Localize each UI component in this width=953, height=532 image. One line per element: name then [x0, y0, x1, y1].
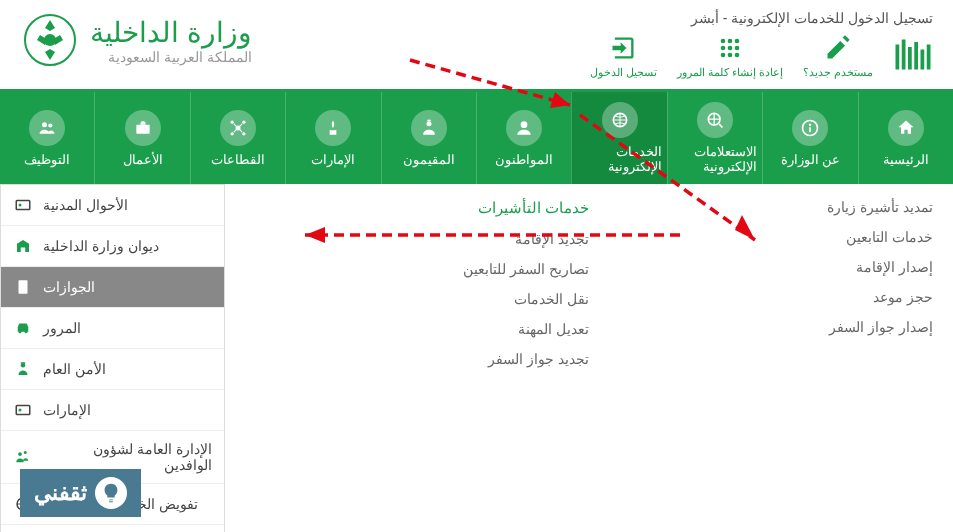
svg-rect-25 [427, 119, 430, 121]
absher-logo[interactable] [893, 37, 933, 77]
nav-info[interactable]: عن الوزارة [762, 92, 857, 184]
nav-label: التوظيف [24, 152, 70, 167]
reset-password-label: إعادة إنشاء كلمة المرور [677, 66, 783, 79]
service-link[interactable]: تعديل المهنة [245, 321, 589, 337]
svg-point-11 [735, 46, 740, 51]
visitors-icon [13, 447, 33, 467]
nav-label: الخدمات الإلكترونية [577, 144, 661, 174]
building-icon [13, 236, 33, 256]
svg-point-6 [721, 39, 726, 44]
brand-text: ثقفني [34, 480, 87, 506]
service-link[interactable]: خدمات التابعين [589, 229, 933, 245]
service-link[interactable]: نقل الخدمات [245, 291, 589, 307]
globe-icon [602, 102, 638, 138]
panel-col1-title: خدمات التأشيرات [245, 199, 589, 217]
nav-home[interactable]: الرئيسية [858, 92, 953, 184]
home-icon [888, 110, 924, 146]
globe-search-icon [697, 102, 733, 138]
svg-point-9 [721, 46, 726, 51]
emirates-icon [13, 400, 33, 420]
nav-label: الأعمال [123, 152, 163, 167]
svg-point-23 [521, 121, 528, 128]
sidebar-label: الجوازات [43, 279, 95, 295]
svg-point-12 [721, 53, 726, 58]
svg-point-43 [19, 409, 22, 412]
svg-rect-2 [908, 47, 912, 70]
nav-label: القطاعات [211, 152, 265, 167]
nav-globe-search[interactable]: الاستعلامات الإلكترونية [667, 92, 762, 184]
svg-point-8 [735, 39, 740, 44]
svg-point-14 [735, 53, 740, 58]
ministry-subtitle: المملكة العربية السعودية [90, 49, 252, 65]
service-link[interactable]: تجديد الإقامة [245, 231, 589, 247]
main-nav: الرئيسيةعن الوزارةالاستعلامات الإلكتروني… [0, 89, 953, 184]
nav-label: المقيمون [403, 152, 455, 167]
nav-label: عن الوزارة [781, 152, 841, 167]
nav-person[interactable]: المواطنون [476, 92, 571, 184]
svg-point-39 [25, 330, 28, 333]
nav-sectors[interactable]: القطاعات [190, 92, 285, 184]
service-link[interactable]: تجديد جواز السفر [245, 351, 589, 367]
sidebar-label: الإمارات [43, 402, 91, 418]
police-icon [13, 359, 33, 379]
svg-rect-1 [902, 39, 906, 69]
svg-rect-42 [16, 406, 30, 415]
emblem-icon [20, 10, 80, 70]
nav-label: المواطنون [495, 152, 553, 167]
svg-rect-31 [136, 124, 149, 133]
service-link[interactable]: حجز موعد [589, 289, 933, 305]
sidebar-passport[interactable]: الجوازات [1, 267, 224, 308]
new-user-label: مستخدم جديد؟ [803, 66, 873, 79]
nav-globe[interactable]: الخدمات الإلكترونية [571, 92, 666, 184]
nav-briefcase[interactable]: الأعمال [94, 92, 189, 184]
sidebar-label: المرور [43, 320, 81, 336]
nav-emirates[interactable]: الإمارات [285, 92, 380, 184]
absher-title: تسجيل الدخول للخدمات الإلكترونية - أبشر [590, 10, 933, 26]
sidebar-label: ديوان وزارة الداخلية [43, 238, 159, 254]
svg-point-32 [42, 122, 47, 127]
info-icon [792, 110, 828, 146]
svg-rect-0 [896, 44, 900, 69]
login-link[interactable]: تسجيل الدخول [590, 34, 657, 79]
nav-person2[interactable]: المقيمون [381, 92, 476, 184]
svg-point-33 [48, 123, 52, 127]
service-link[interactable]: تمديد تأشيرة زيارة [589, 199, 933, 215]
nav-label: الإمارات [311, 152, 355, 167]
svg-rect-5 [927, 44, 931, 69]
svg-point-7 [728, 39, 733, 44]
bulb-icon [95, 477, 127, 509]
emirates-icon [315, 110, 351, 146]
person-icon [506, 110, 542, 146]
svg-point-37 [21, 283, 26, 288]
nav-label: الرئيسية [883, 152, 929, 167]
new-user-link[interactable]: مستخدم جديد؟ [803, 34, 873, 79]
reset-password-link[interactable]: إعادة إنشاء كلمة المرور [677, 34, 783, 79]
svg-point-24 [426, 121, 431, 126]
sidebar-car[interactable]: المرور [1, 308, 224, 349]
nav-jobs[interactable]: التوظيف [0, 92, 94, 184]
sidebar-police[interactable]: الأمن العام [1, 349, 224, 390]
svg-point-16 [44, 34, 56, 46]
svg-rect-4 [921, 49, 925, 69]
nav-label: الاستعلامات الإلكترونية [673, 144, 757, 174]
service-link[interactable]: إصدار الإقامة [589, 259, 933, 275]
svg-point-29 [230, 132, 233, 135]
svg-point-28 [242, 120, 245, 123]
svg-point-30 [242, 132, 245, 135]
person2-icon [411, 110, 447, 146]
briefcase-icon [125, 110, 161, 146]
svg-point-13 [728, 53, 733, 58]
sidebar-label: الأمن العام [43, 361, 106, 377]
service-link[interactable]: إصدار جواز السفر [589, 319, 933, 335]
sidebar-id[interactable]: الأحوال المدنية [1, 185, 224, 226]
sidebar-building[interactable]: ديوان وزارة الداخلية [1, 226, 224, 267]
sidebar-mail[interactable]: توصيل الوثائق بالبريد [1, 525, 224, 532]
login-label: تسجيل الدخول [590, 66, 657, 79]
car-icon [13, 318, 33, 338]
service-link[interactable]: تصاريح السفر للتابعين [245, 261, 589, 277]
svg-rect-41 [21, 362, 26, 364]
sidebar-emirates[interactable]: الإمارات [1, 390, 224, 431]
sectors-icon [220, 110, 256, 146]
brand-logo[interactable]: ثقفني [20, 469, 141, 517]
svg-point-27 [230, 120, 233, 123]
